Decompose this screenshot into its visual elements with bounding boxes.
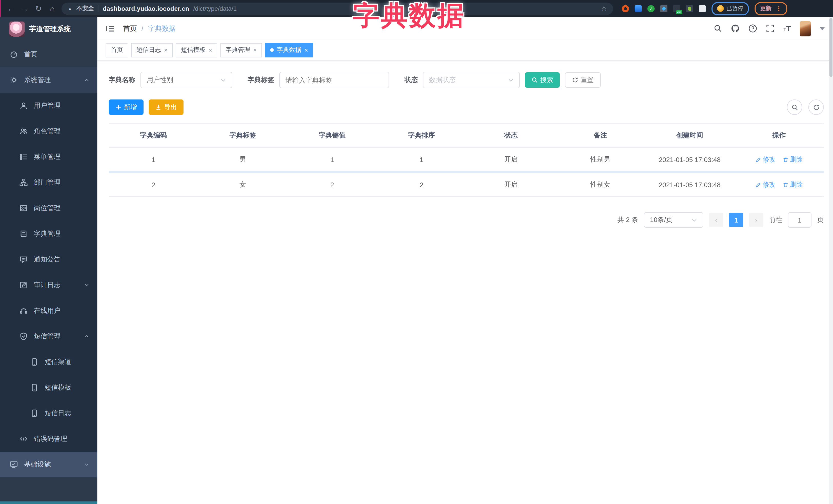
edit-link[interactable]: 修改 [756,180,776,189]
page-number-1[interactable]: 1 [729,213,743,227]
page-size-value: 10条/页 [650,215,672,224]
goto-page-input[interactable] [788,212,811,227]
col-header: 字典标签 [198,131,288,140]
phone-icon [30,358,39,366]
add-button[interactable]: 新增 [109,99,144,115]
close-icon[interactable]: × [305,47,308,53]
sidebar-item-online-users[interactable]: 在线用户 [0,298,97,323]
sidebar-item-role-mgmt[interactable]: 角色管理 [0,118,97,144]
app-title: 芋道管理系统 [29,25,71,34]
fullscreen-icon[interactable] [766,24,775,33]
profile-chip[interactable]: 已暂停 [712,2,749,15]
export-button[interactable]: 导出 [149,99,184,115]
extension-icon-check[interactable]: ✓ [647,5,654,12]
next-page-button[interactable]: › [749,213,763,227]
forward-icon[interactable]: → [20,5,29,12]
search-button[interactable]: 搜索 [525,72,560,88]
tab-label: 字典管理 [225,46,250,54]
sidebar-item-menu-mgmt[interactable]: 菜单管理 [0,144,97,170]
edit-link-label: 修改 [763,180,776,189]
edit-log-icon [20,281,28,289]
cell-sort: 2 [377,181,466,188]
dict-label-input[interactable] [279,72,389,88]
screen: 字典数据 ← → ↻ ⌂ ▲ 不安全 dashboard.yudao.iocod… [0,0,833,504]
cell-value: 1 [288,155,377,163]
extension-icon-diamond[interactable] [660,5,667,12]
font-size-icon[interactable]: TT [784,25,791,32]
github-icon[interactable] [731,24,740,33]
screen-edge-artifact [0,0,1,17]
app-logo-row[interactable]: 芋道管理系统 [0,17,97,42]
reload-icon[interactable]: ↻ [34,5,43,12]
delete-link[interactable]: 删除 [783,155,803,164]
sidebar-bottom-strip [0,501,97,504]
page-content: 字典名称 用户性别 字典标签 状态 数据状态 [97,61,833,504]
tab-dict-data[interactable]: 字典数据 × [265,43,313,57]
url-domain: dashboard.yudao.iocoder.cn [103,5,189,12]
sidebar-item-system-mgmt[interactable]: 系统管理 [0,67,97,93]
sidebar-item-user-mgmt[interactable]: 用户管理 [0,93,97,118]
sidebar-item-sms-mgmt[interactable]: 短信管理 [0,323,97,349]
status-label: 状态 [404,75,418,85]
sidebar-item-notice[interactable]: 通知公告 [0,247,97,272]
table-tools [787,99,824,115]
status-select[interactable]: 数据状态 [423,72,520,88]
collapse-sidebar-icon[interactable] [105,24,115,32]
hide-search-icon-button[interactable] [787,99,802,115]
extension-icon-gem[interactable] [635,5,642,12]
tab-label: 短信模板 [181,46,206,54]
address-bar[interactable]: ▲ 不安全 dashboard.yudao.iocoder.cn /dict/t… [62,2,613,15]
back-icon[interactable]: ← [6,5,15,12]
prev-page-button[interactable]: ‹ [709,213,723,227]
annotation-title: 字典数据 [353,1,466,30]
tab-sms-log[interactable]: 短信日志 × [131,43,173,57]
dict-name-select[interactable]: 用户性别 [140,72,232,88]
tab-dict-mgmt[interactable]: 字典管理 × [220,43,262,57]
help-icon[interactable] [749,24,757,33]
sidebar-menu: 首页 系统管理 用户管理 角色管理 [0,42,97,477]
tab-sms-template[interactable]: 短信模板 × [176,43,217,57]
home-icon[interactable]: ⌂ [48,5,57,12]
sidebar-item-post-mgmt[interactable]: 岗位管理 [0,195,97,221]
extension-icon-ring[interactable] [622,5,629,12]
tab-home[interactable]: 首页 [105,43,128,57]
sidebar-item-label: 菜单管理 [34,152,61,162]
extension-icon-switch[interactable]: on [673,5,680,12]
extension-icon-plant[interactable] [686,5,693,12]
search-icon[interactable] [714,24,722,33]
table-row[interactable]: 1 男 1 1 开启 性别男 2021-01-05 17:03:48 修改 [109,148,824,173]
cell-actions: 修改 删除 [734,180,824,189]
sidebar-item-dept-mgmt[interactable]: 部门管理 [0,170,97,195]
sidebar-item-sms-channel[interactable]: 短信渠道 [0,349,97,375]
close-icon[interactable]: × [253,47,257,53]
sidebar-item-audit-log[interactable]: 审计日志 [0,272,97,298]
user-menu-caret-icon[interactable] [820,27,825,30]
bookmark-star-icon[interactable]: ☆ [601,5,607,12]
page-size-select[interactable]: 10条/页 [644,212,703,227]
browser-menu-icon[interactable]: ⋮ [776,5,782,12]
cell-created: 2021-01-05 17:03:48 [645,181,735,188]
extensions-puzzle-icon[interactable] [699,5,706,12]
breadcrumb-home[interactable]: 首页 [123,24,137,33]
sidebar-item-error-code[interactable]: 错误码管理 [0,426,97,452]
sidebar-item-sms-template[interactable]: 短信模板 [0,375,97,401]
monitor-icon [10,460,18,469]
browser-update-button[interactable]: 更新 ⋮ [755,2,787,15]
refresh-icon-button[interactable] [808,99,824,115]
user-avatar[interactable] [800,21,811,36]
close-icon[interactable]: × [164,47,168,53]
tab-label: 短信日志 [136,46,161,54]
reset-button[interactable]: 重置 [565,72,601,88]
sidebar-item-infrastructure[interactable]: 基础设施 [0,452,97,477]
delete-link[interactable]: 删除 [783,180,803,189]
sidebar-item-sms-log[interactable]: 短信日志 [0,401,97,426]
update-label: 更新 [760,5,771,12]
sidebar-item-dict-mgmt[interactable]: 字典管理 [0,221,97,247]
edit-link[interactable]: 修改 [756,155,776,164]
sidebar-item-home[interactable]: 首页 [0,42,97,67]
table-row[interactable]: 2 女 2 2 开启 性别女 2021-01-05 17:03:48 修改 [109,173,824,197]
close-icon[interactable]: × [209,47,212,53]
page-scrollbar[interactable] [829,17,833,504]
sidebar-item-label: 字典管理 [34,229,61,238]
scrollbar-thumb[interactable] [829,18,832,77]
